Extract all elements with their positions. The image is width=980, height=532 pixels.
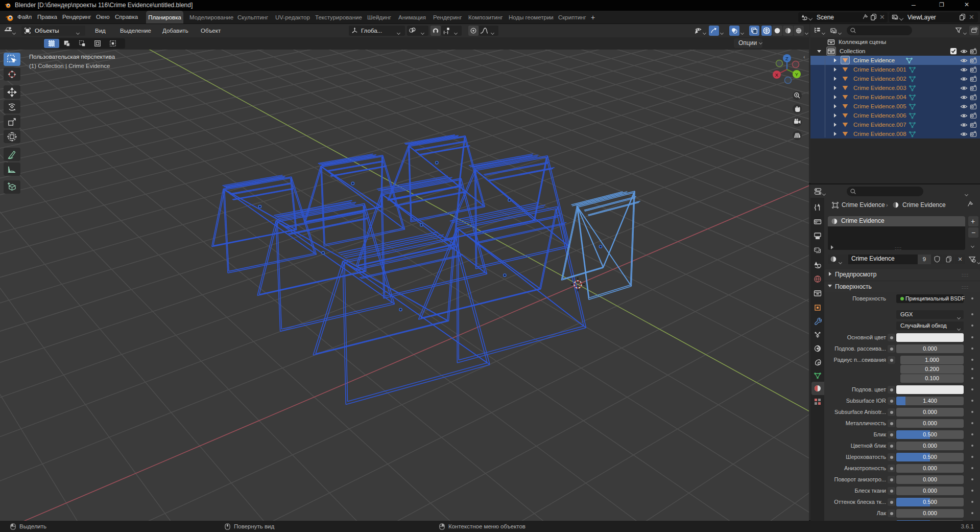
svg-text:Z: Z [785, 56, 788, 61]
svg-text:Y: Y [795, 72, 799, 77]
svg-text:X: X [775, 72, 779, 78]
